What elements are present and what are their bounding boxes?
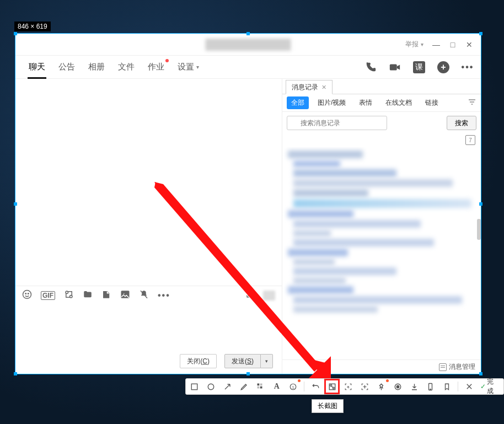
list-item — [293, 296, 462, 304]
cancel-icon[interactable] — [464, 381, 475, 392]
screenshot-icon[interactable] — [64, 289, 74, 302]
record-icon[interactable] — [392, 381, 403, 392]
svg-point-2 — [25, 293, 26, 294]
undo-icon[interactable] — [310, 381, 321, 392]
resize-handle-bm[interactable] — [246, 372, 250, 375]
more-input-icon[interactable]: ••• — [158, 291, 170, 300]
list-item — [288, 210, 353, 218]
list-item — [293, 259, 335, 265]
download-icon[interactable] — [409, 381, 420, 392]
bookmark-icon[interactable] — [442, 381, 453, 392]
resize-handle-ml[interactable] — [14, 202, 17, 206]
filter-settings-icon[interactable] — [468, 98, 476, 109]
resize-handle-br[interactable] — [479, 372, 482, 375]
svg-point-3 — [28, 293, 29, 294]
class-icon[interactable]: 课 — [412, 61, 426, 73]
more-icon[interactable]: ••• — [461, 61, 474, 73]
ocr-icon[interactable]: 粤 — [343, 381, 354, 392]
list-item — [293, 220, 421, 228]
filter-emoji[interactable]: 表情 — [355, 96, 377, 109]
maximize-button[interactable]: □ — [444, 36, 461, 53]
minimize-button[interactable]: — — [428, 36, 444, 53]
svg-point-27 — [430, 389, 431, 389]
tab-album[interactable]: 相册 — [82, 56, 111, 78]
mute-icon[interactable] — [139, 289, 149, 302]
close-window-button[interactable]: ✕ — [461, 36, 478, 53]
long-screenshot-icon[interactable] — [326, 381, 337, 392]
calendar-icon[interactable]: 7 — [465, 135, 475, 145]
pin-icon[interactable] — [376, 381, 387, 392]
filter-all[interactable]: 全部 — [287, 96, 309, 109]
done-button[interactable]: ✓完成 — [480, 377, 500, 396]
tab-notice[interactable]: 公告 — [52, 56, 82, 78]
text-tool-icon[interactable]: A — [271, 381, 282, 392]
list-item — [293, 199, 471, 208]
send-file-icon[interactable] — [101, 289, 111, 302]
message-input[interactable] — [15, 304, 282, 348]
list-item — [293, 306, 378, 313]
emoji-icon[interactable] — [22, 289, 32, 302]
gif-icon[interactable]: GIF — [41, 291, 55, 300]
screenshot-selection[interactable]: 举报 ▾ — □ ✕ 聊天 公告 相册 文件 作业 设置▾ 课 — [15, 33, 481, 374]
resize-handle-mr[interactable] — [479, 202, 482, 206]
history-blur-icon[interactable] — [263, 291, 275, 300]
svg-rect-0 — [390, 64, 397, 70]
history-footer[interactable]: 消息管理 — [282, 359, 481, 374]
video-call-icon[interactable] — [388, 61, 401, 73]
main-tabs: 聊天 公告 相册 文件 作业 设置▾ 课 + ••• — [15, 56, 481, 79]
history-panel: 消息记录 ✕ 全部 图片/视频 表情 在线文档 链接 — [282, 79, 481, 374]
history-search-input[interactable] — [287, 116, 387, 130]
image-icon[interactable] — [120, 289, 130, 302]
close-button[interactable]: 关闭(C) — [180, 354, 217, 368]
list-item — [293, 267, 396, 275]
list-item — [288, 249, 348, 256]
history-tabs: 消息记录 ✕ — [282, 79, 481, 94]
folder-icon[interactable] — [83, 289, 93, 302]
tab-files[interactable]: 文件 — [111, 56, 141, 78]
svg-point-13 — [208, 384, 214, 390]
resize-handle-tr[interactable] — [479, 32, 482, 35]
voice-call-icon[interactable] — [364, 61, 377, 73]
svg-text:粤: 粤 — [347, 385, 350, 388]
report-dropdown-icon[interactable]: ▾ — [421, 41, 423, 47]
history-tab[interactable]: 消息记录 ✕ — [286, 80, 333, 94]
resize-handle-tm[interactable] — [246, 32, 250, 35]
expand-icon[interactable] — [245, 290, 254, 301]
tab-homework[interactable]: 作业 — [141, 56, 171, 78]
filter-docs[interactable]: 在线文档 — [381, 96, 416, 109]
svg-point-7 — [123, 293, 125, 294]
history-filters: 全部 图片/视频 表情 在线文档 链接 — [282, 94, 481, 112]
arrow-tool-icon[interactable] — [222, 381, 233, 392]
resize-handle-bl[interactable] — [14, 372, 17, 375]
scrollbar-thumb[interactable] — [477, 219, 481, 240]
chat-pane: GIF ••• — [15, 79, 282, 374]
list-item — [293, 179, 453, 187]
phone-icon[interactable] — [425, 381, 436, 392]
serial-tool-icon[interactable]: 1 — [288, 381, 299, 392]
report-link[interactable]: 举报 — [405, 40, 419, 49]
send-button[interactable]: 发送(S) — [224, 354, 261, 368]
ellipse-tool-icon[interactable] — [206, 381, 217, 392]
mosaic-tool-icon[interactable] — [255, 381, 266, 392]
svg-point-1 — [23, 290, 31, 298]
rectangle-tool-icon[interactable] — [189, 381, 200, 392]
filter-links[interactable]: 链接 — [421, 96, 443, 109]
add-icon[interactable]: + — [437, 61, 450, 73]
tab-settings[interactable]: 设置▾ — [171, 56, 206, 78]
history-search-button[interactable]: 搜索 — [447, 116, 476, 130]
resize-handle-tl[interactable] — [14, 32, 17, 35]
translate-icon[interactable] — [360, 381, 371, 392]
history-search-row: 🔍 搜索 — [282, 112, 481, 134]
chat-messages-area[interactable] — [15, 79, 282, 286]
svg-rect-15 — [260, 383, 262, 385]
close-tab-icon[interactable]: ✕ — [321, 84, 326, 91]
svg-point-21 — [330, 384, 331, 386]
tab-chat[interactable]: 聊天 — [22, 56, 52, 78]
list-item — [288, 151, 363, 158]
pencil-tool-icon[interactable] — [238, 381, 249, 392]
new-dot — [298, 379, 301, 382]
filter-media[interactable]: 图片/视频 — [313, 96, 350, 109]
send-dropdown[interactable]: ▾ — [261, 354, 273, 368]
history-message-list[interactable] — [282, 147, 481, 359]
list-item — [293, 230, 331, 237]
